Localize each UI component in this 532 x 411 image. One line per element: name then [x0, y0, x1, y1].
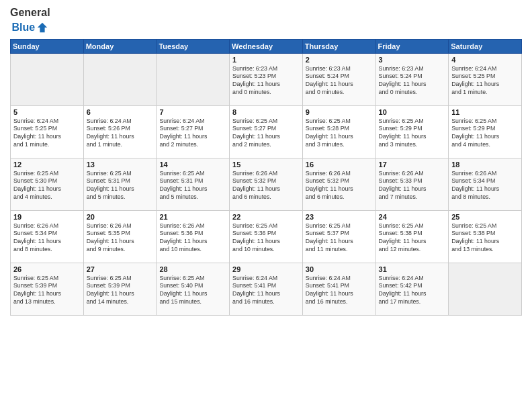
day-cell: 29Sunrise: 6:24 AM Sunset: 5:41 PM Dayli… — [230, 263, 303, 315]
day-cell — [11, 53, 84, 105]
logo: GeneralBlue — [10, 7, 50, 34]
day-cell: 14Sunrise: 6:25 AM Sunset: 5:31 PM Dayli… — [157, 158, 230, 210]
day-cell: 25Sunrise: 6:25 AM Sunset: 5:38 PM Dayli… — [449, 210, 522, 263]
week-row-2: 5Sunrise: 6:24 AM Sunset: 5:25 PM Daylig… — [11, 105, 522, 158]
day-number: 17 — [379, 161, 446, 169]
day-number: 30 — [306, 265, 373, 273]
day-info: Sunrise: 6:25 AM Sunset: 5:38 PM Dayligh… — [379, 222, 446, 255]
day-number: 15 — [232, 161, 300, 169]
day-cell: 1Sunrise: 6:23 AM Sunset: 5:23 PM Daylig… — [230, 53, 303, 105]
day-info: Sunrise: 6:25 AM Sunset: 5:30 PM Dayligh… — [13, 170, 81, 202]
day-number: 24 — [379, 213, 446, 221]
day-info: Sunrise: 6:25 AM Sunset: 5:37 PM Dayligh… — [306, 222, 373, 255]
week-row-5: 26Sunrise: 6:25 AM Sunset: 5:39 PM Dayli… — [11, 263, 522, 315]
day-number: 8 — [232, 108, 300, 116]
day-number: 5 — [13, 108, 81, 116]
day-cell: 24Sunrise: 6:25 AM Sunset: 5:38 PM Dayli… — [375, 210, 449, 263]
day-cell: 31Sunrise: 6:24 AM Sunset: 5:42 PM Dayli… — [375, 263, 449, 315]
weekday-header-saturday: Saturday — [449, 39, 522, 53]
week-row-1: 1Sunrise: 6:23 AM Sunset: 5:23 PM Daylig… — [11, 53, 522, 105]
day-cell: 10Sunrise: 6:25 AM Sunset: 5:29 PM Dayli… — [375, 105, 449, 158]
day-cell: 20Sunrise: 6:26 AM Sunset: 5:35 PM Dayli… — [83, 210, 157, 263]
day-info: Sunrise: 6:26 AM Sunset: 5:32 PM Dayligh… — [232, 170, 300, 202]
day-cell — [83, 53, 157, 105]
day-info: Sunrise: 6:23 AM Sunset: 5:24 PM Dayligh… — [306, 65, 373, 97]
day-cell: 18Sunrise: 6:26 AM Sunset: 5:34 PM Dayli… — [449, 158, 522, 210]
day-number: 11 — [451, 108, 519, 116]
day-number: 2 — [306, 56, 373, 64]
day-number: 9 — [306, 108, 373, 116]
calendar: SundayMondayTuesdayWednesdayThursdayFrid… — [10, 39, 522, 316]
day-cell: 7Sunrise: 6:24 AM Sunset: 5:27 PM Daylig… — [157, 105, 230, 158]
weekday-header-thursday: Thursday — [302, 39, 375, 53]
day-cell: 22Sunrise: 6:25 AM Sunset: 5:36 PM Dayli… — [230, 210, 303, 263]
day-info: Sunrise: 6:26 AM Sunset: 5:34 PM Dayligh… — [13, 222, 81, 255]
day-cell: 21Sunrise: 6:26 AM Sunset: 5:36 PM Dayli… — [157, 210, 230, 263]
day-cell: 6Sunrise: 6:24 AM Sunset: 5:26 PM Daylig… — [83, 105, 157, 158]
day-number: 19 — [13, 213, 81, 221]
day-number: 3 — [379, 56, 446, 64]
day-number: 31 — [379, 265, 446, 273]
day-cell — [157, 53, 230, 105]
day-info: Sunrise: 6:26 AM Sunset: 5:33 PM Dayligh… — [379, 170, 446, 202]
weekday-header-wednesday: Wednesday — [230, 39, 303, 53]
day-cell: 26Sunrise: 6:25 AM Sunset: 5:39 PM Dayli… — [11, 263, 84, 315]
day-number: 27 — [87, 265, 154, 273]
day-info: Sunrise: 6:23 AM Sunset: 5:24 PM Dayligh… — [379, 65, 446, 97]
day-info: Sunrise: 6:25 AM Sunset: 5:39 PM Dayligh… — [13, 275, 81, 307]
day-number: 26 — [13, 265, 81, 273]
day-info: Sunrise: 6:25 AM Sunset: 5:36 PM Dayligh… — [232, 222, 300, 255]
day-cell — [449, 263, 522, 315]
day-cell: 5Sunrise: 6:24 AM Sunset: 5:25 PM Daylig… — [11, 105, 84, 158]
day-info: Sunrise: 6:26 AM Sunset: 5:34 PM Dayligh… — [451, 170, 519, 202]
day-info: Sunrise: 6:25 AM Sunset: 5:29 PM Dayligh… — [451, 118, 519, 150]
day-info: Sunrise: 6:24 AM Sunset: 5:25 PM Dayligh… — [13, 118, 81, 150]
day-cell: 9Sunrise: 6:25 AM Sunset: 5:28 PM Daylig… — [302, 105, 375, 158]
day-info: Sunrise: 6:24 AM Sunset: 5:27 PM Dayligh… — [159, 118, 226, 150]
day-info: Sunrise: 6:25 AM Sunset: 5:31 PM Dayligh… — [87, 170, 154, 202]
day-info: Sunrise: 6:26 AM Sunset: 5:36 PM Dayligh… — [159, 222, 226, 255]
day-cell: 3Sunrise: 6:23 AM Sunset: 5:24 PM Daylig… — [375, 53, 449, 105]
day-number: 6 — [87, 108, 154, 116]
day-cell: 4Sunrise: 6:24 AM Sunset: 5:25 PM Daylig… — [449, 53, 522, 105]
weekday-header-monday: Monday — [83, 39, 157, 53]
day-info: Sunrise: 6:24 AM Sunset: 5:41 PM Dayligh… — [306, 275, 373, 307]
weekday-header-sunday: Sunday — [11, 39, 84, 53]
day-number: 10 — [379, 108, 446, 116]
page: GeneralBlue SundayMondayTuesdayWednesday… — [0, 0, 532, 411]
day-cell: 15Sunrise: 6:26 AM Sunset: 5:32 PM Dayli… — [230, 158, 303, 210]
day-info: Sunrise: 6:23 AM Sunset: 5:23 PM Dayligh… — [232, 65, 300, 97]
day-info: Sunrise: 6:25 AM Sunset: 5:38 PM Dayligh… — [451, 222, 519, 255]
day-cell: 27Sunrise: 6:25 AM Sunset: 5:39 PM Dayli… — [83, 263, 157, 315]
day-cell: 11Sunrise: 6:25 AM Sunset: 5:29 PM Dayli… — [449, 105, 522, 158]
day-cell: 19Sunrise: 6:26 AM Sunset: 5:34 PM Dayli… — [11, 210, 84, 263]
day-info: Sunrise: 6:24 AM Sunset: 5:42 PM Dayligh… — [379, 275, 446, 307]
day-info: Sunrise: 6:26 AM Sunset: 5:32 PM Dayligh… — [306, 170, 373, 202]
day-cell: 23Sunrise: 6:25 AM Sunset: 5:37 PM Dayli… — [302, 210, 375, 263]
day-number: 14 — [159, 161, 226, 169]
day-number: 13 — [87, 161, 154, 169]
day-info: Sunrise: 6:25 AM Sunset: 5:27 PM Dayligh… — [232, 118, 300, 150]
day-info: Sunrise: 6:26 AM Sunset: 5:35 PM Dayligh… — [87, 222, 154, 255]
header: GeneralBlue — [10, 7, 522, 34]
day-cell: 17Sunrise: 6:26 AM Sunset: 5:33 PM Dayli… — [375, 158, 449, 210]
week-row-4: 19Sunrise: 6:26 AM Sunset: 5:34 PM Dayli… — [11, 210, 522, 263]
day-number: 25 — [451, 213, 519, 221]
weekday-header-friday: Friday — [375, 39, 449, 53]
day-cell: 30Sunrise: 6:24 AM Sunset: 5:41 PM Dayli… — [302, 263, 375, 315]
day-cell: 16Sunrise: 6:26 AM Sunset: 5:32 PM Dayli… — [302, 158, 375, 210]
weekday-header-row: SundayMondayTuesdayWednesdayThursdayFrid… — [11, 39, 522, 53]
day-info: Sunrise: 6:25 AM Sunset: 5:39 PM Dayligh… — [87, 275, 154, 307]
day-number: 7 — [159, 108, 226, 116]
day-info: Sunrise: 6:24 AM Sunset: 5:26 PM Dayligh… — [87, 118, 154, 150]
day-number: 12 — [13, 161, 81, 169]
day-cell: 28Sunrise: 6:25 AM Sunset: 5:40 PM Dayli… — [157, 263, 230, 315]
day-cell: 2Sunrise: 6:23 AM Sunset: 5:24 PM Daylig… — [302, 53, 375, 105]
day-number: 21 — [159, 213, 226, 221]
day-info: Sunrise: 6:25 AM Sunset: 5:31 PM Dayligh… — [159, 170, 226, 202]
day-info: Sunrise: 6:25 AM Sunset: 5:40 PM Dayligh… — [159, 275, 226, 307]
svg-marker-0 — [38, 22, 47, 32]
day-cell: 12Sunrise: 6:25 AM Sunset: 5:30 PM Dayli… — [11, 158, 84, 210]
day-number: 23 — [306, 213, 373, 221]
day-number: 20 — [87, 213, 154, 221]
